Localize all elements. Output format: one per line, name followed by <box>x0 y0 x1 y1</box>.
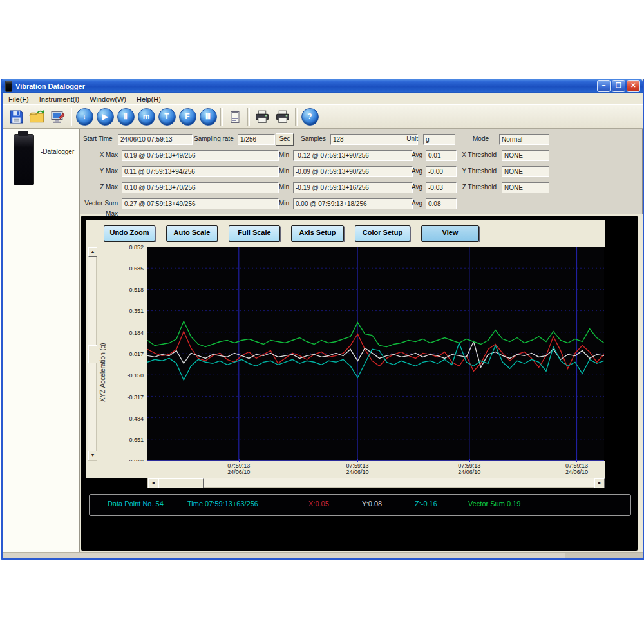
menu-item-file[interactable]: File(F) <box>3 95 34 103</box>
menu-item-instrument[interactable]: Instrument(I) <box>34 95 84 103</box>
print-button[interactable] <box>252 106 272 127</box>
vertical-scroll-thumb[interactable] <box>88 345 97 363</box>
play-button[interactable]: ▶ <box>95 106 115 127</box>
trace-x <box>147 332 604 372</box>
cursor-time: Time 07:59:13+63/256 <box>187 500 258 507</box>
x-tick-mark <box>357 459 358 462</box>
download-data-button[interactable]: ↓ <box>74 106 95 127</box>
open-file-button[interactable] <box>26 106 47 127</box>
scroll-right-arrow-icon[interactable]: ► <box>594 478 605 488</box>
chart-button-undo-zoom[interactable]: Undo Zoom <box>104 225 155 242</box>
realtime-mode-icon: Ⅲ <box>200 108 217 126</box>
x-tick-mark <box>576 459 577 462</box>
y-tick-label: -0.651 <box>114 437 144 443</box>
min-field-0[interactable]: -0.12 @ 07:59:13+90/256 <box>293 150 413 161</box>
pause-icon: Ⅱ <box>117 108 135 126</box>
maximize-button[interactable]: ❐ <box>612 80 625 92</box>
toolbar: ↓▶ⅡmTFⅢ? <box>3 104 643 129</box>
cursor-status-bar: Data Point No. 54Time 07:59:13+63/256X:0… <box>89 494 631 516</box>
samples-label: Samples <box>301 134 326 144</box>
scroll-left-arrow-icon[interactable]: ◄ <box>148 478 158 488</box>
vertical-scrollbar[interactable]: ▲ ▼ <box>88 247 97 461</box>
sampling-unit-button[interactable]: Sec <box>276 133 294 146</box>
pause-button[interactable]: Ⅱ <box>115 106 136 127</box>
frequency-domain-icon: F <box>179 108 196 126</box>
threshold-field-1[interactable]: NONE <box>502 166 549 177</box>
horizontal-scroll-thumb[interactable] <box>158 478 204 488</box>
avg-field-0[interactable]: 0.01 <box>426 150 457 161</box>
play-icon: ▶ <box>97 108 114 126</box>
minimize-button[interactable]: – <box>597 80 611 92</box>
y-tick-label: 0.351 <box>114 308 144 314</box>
notes-button[interactable] <box>225 106 245 127</box>
scroll-down-arrow-icon[interactable]: ▼ <box>88 451 97 460</box>
plot-area[interactable] <box>147 247 604 461</box>
min-field-2[interactable]: -0.19 @ 07:59:13+16/256 <box>293 182 413 193</box>
instrument-setup-button[interactable] <box>47 106 68 127</box>
unit-field[interactable]: g <box>423 134 455 145</box>
menu-item-help[interactable]: Help(H) <box>131 95 166 103</box>
avg-field-3[interactable]: 0.08 <box>426 198 457 209</box>
horizontal-scrollbar[interactable]: ◄ ► <box>147 478 605 488</box>
x-tick-label: 07:59:1324/06/10 <box>338 462 377 475</box>
toolbar-separator <box>220 108 223 126</box>
measurement-info-panel: Start Time 24/06/10 07:59:13 Sampling ra… <box>80 129 643 214</box>
y-tick-label: -0.317 <box>114 394 144 401</box>
y-tick-label: 0.518 <box>114 287 144 293</box>
window-title: Vibration Datalogger <box>15 82 85 90</box>
device-sidebar: -Datalogger <box>3 129 80 552</box>
app-icon <box>5 80 12 92</box>
chart-button-color-setup[interactable]: Color Setup <box>355 225 410 242</box>
y-tick-label: -0.484 <box>114 415 144 422</box>
sidebar-item-datalogger[interactable]: -Datalogger <box>41 148 74 155</box>
scroll-up-arrow-icon[interactable]: ▲ <box>88 247 97 257</box>
mode-label: Mode <box>466 134 489 144</box>
avg-field-1[interactable]: -0.00 <box>426 166 457 177</box>
avg-field-2[interactable]: -0.03 <box>426 182 457 193</box>
threshold-label-2: Z Threshold <box>455 182 497 193</box>
sampling-rate-label: Sampling rate <box>194 134 234 144</box>
print-preview-button[interactable] <box>272 106 293 127</box>
min-field-1[interactable]: -0.09 @ 07:59:13+90/256 <box>293 166 413 177</box>
toolbar-separator <box>295 108 298 126</box>
close-button[interactable]: ✕ <box>627 80 640 92</box>
save-button[interactable] <box>6 106 26 127</box>
time-domain-button[interactable]: T <box>156 106 177 127</box>
sampling-rate-field[interactable]: 1/256 <box>238 134 275 145</box>
max-field-0[interactable]: 0.19 @ 07:59:13+49/256 <box>122 150 279 161</box>
y-tick-label: 0.017 <box>114 351 144 357</box>
chart-button-view[interactable]: View <box>421 225 479 242</box>
chart-toolbar: Undo ZoomAuto ScaleFull ScaleAxis SetupC… <box>86 220 605 247</box>
window-status-strip <box>3 552 643 558</box>
trace-z <box>147 343 604 381</box>
print-icon <box>254 109 270 125</box>
motion-mode-button[interactable]: m <box>136 106 156 127</box>
max-field-1[interactable]: 0.11 @ 07:59:13+94/256 <box>122 166 279 177</box>
threshold-label-0: X Threshold <box>455 150 497 160</box>
max-field-2[interactable]: 0.10 @ 07:59:13+70/256 <box>122 182 279 193</box>
max-field-3[interactable]: 0.27 @ 07:59:13+49/256 <box>122 198 279 209</box>
min-label-3: Min <box>279 198 289 209</box>
instrument-setup-icon <box>50 109 66 125</box>
menu-bar: File(F)Instrument(I)Window(W)Help(H) <box>3 93 643 104</box>
mode-field[interactable]: Normal <box>499 134 549 145</box>
avg-label-3: Avg <box>412 198 422 209</box>
chart-button-full-scale[interactable]: Full Scale <box>229 225 280 242</box>
frequency-domain-button[interactable]: F <box>177 106 198 127</box>
x-axis-area: 07:59:1324/06/1007:59:1324/06/1007:59:13… <box>86 461 605 478</box>
realtime-mode-button[interactable]: Ⅲ <box>198 106 218 127</box>
notes-icon <box>227 109 243 125</box>
save-icon <box>8 109 24 125</box>
help-button[interactable]: ? <box>299 106 320 127</box>
threshold-field-0[interactable]: NONE <box>502 150 549 161</box>
title-bar: Vibration Datalogger –❐✕ <box>1 79 643 93</box>
cursor-y-value: Y:0.08 <box>362 500 382 507</box>
start-time-field[interactable]: 24/06/10 07:59:13 <box>118 134 193 145</box>
chart-button-auto-scale[interactable]: Auto Scale <box>166 225 218 242</box>
chart-button-axis-setup[interactable]: Axis Setup <box>291 225 344 242</box>
y-tick-label: 0.685 <box>114 265 144 272</box>
menu-item-window[interactable]: Window(W) <box>84 95 131 103</box>
y-axis-title: XYZ Acceleration (g) <box>99 308 106 437</box>
threshold-field-2[interactable]: NONE <box>502 182 549 193</box>
min-field-3[interactable]: 0.00 @ 07:59:13+18/256 <box>293 198 413 209</box>
